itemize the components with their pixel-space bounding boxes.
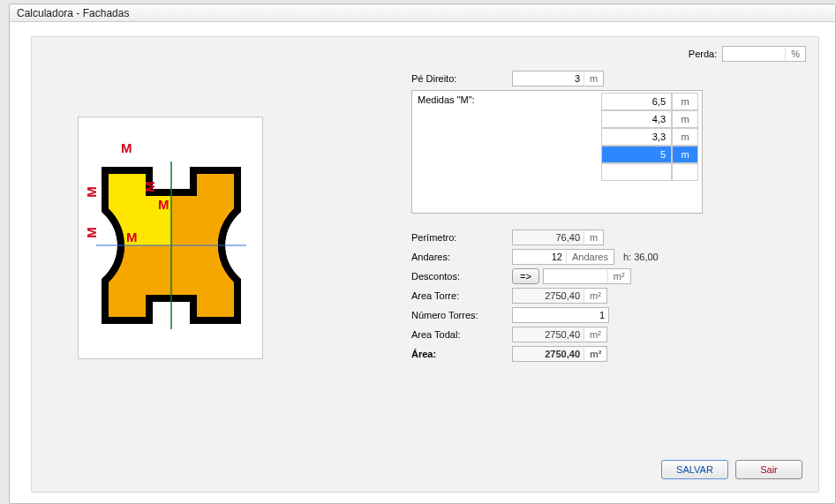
medidas-unit: m	[672, 93, 698, 110]
perda-unit: %	[785, 48, 805, 60]
area-torre-unit: m²	[584, 290, 606, 302]
medidas-unit: m	[672, 146, 698, 163]
medidas-row[interactable]: 3,3 m	[601, 128, 698, 146]
area-todal-field: m²	[512, 327, 607, 342]
medidas-value[interactable]: 4,3	[601, 110, 672, 128]
row-pe-direito: Pé Direito: m	[411, 71, 800, 87]
medidas-row-selected[interactable]: 5 m	[601, 146, 698, 163]
area-todal-unit: m²	[584, 328, 606, 341]
row-area-todal: Area Todal: m²	[411, 327, 800, 342]
medidas-table[interactable]: 6,5 m 4,3 m 3,3 m 5 m	[601, 93, 698, 211]
descontos-input[interactable]	[544, 269, 607, 283]
andares-unit: Andares	[566, 251, 614, 263]
medidas-row-empty[interactable]	[601, 163, 698, 181]
descontos-unit: m²	[607, 270, 630, 282]
window-title: Calculadora - Fachadas	[10, 4, 835, 22]
floorplan-diagram: M M M M M M	[78, 117, 263, 359]
form-column: Pé Direito: m Medidas "M": 6,5 m 4,3 m	[411, 71, 800, 365]
pe-direito-label: Pé Direito:	[411, 73, 508, 84]
m-label-notch-h: M	[158, 197, 169, 212]
m-label-notch-v: M	[142, 181, 157, 192]
m-label-center: M	[126, 229, 138, 244]
area-todal-value	[513, 327, 584, 342]
num-torres-label: Número Torres:	[411, 310, 508, 320]
perimetro-unit: m	[584, 231, 603, 244]
window-frame: Calculadora - Fachadas Perda: %	[9, 4, 836, 504]
m-label-left-lower: M	[84, 227, 99, 238]
area-torre-label: Area Torre:	[411, 290, 508, 301]
row-perimetro: Perímetro: m	[411, 229, 800, 245]
pe-direito-unit: m	[584, 72, 603, 85]
perimetro-field: m	[512, 229, 604, 245]
perda-label: Perda:	[689, 49, 717, 59]
medidas-box: Medidas "M": 6,5 m 4,3 m 3,3 m	[411, 90, 703, 214]
andares-height: h: 36,00	[623, 252, 659, 262]
perimetro-value	[513, 230, 584, 244]
medidas-value[interactable]	[601, 163, 672, 181]
work-area: Perda: % M	[31, 36, 819, 493]
medidas-value[interactable]: 5	[601, 146, 672, 163]
andares-field[interactable]: Andares	[512, 249, 614, 265]
m-label-left-upper: M	[84, 186, 99, 198]
medidas-value[interactable]: 6,5	[601, 93, 672, 110]
medidas-unit: m	[672, 110, 698, 128]
medidas-value[interactable]: 3,3	[601, 128, 672, 146]
pe-direito-field[interactable]: m	[512, 71, 604, 87]
num-torres-input[interactable]	[513, 308, 608, 322]
row-num-torres: Número Torres:	[411, 307, 800, 323]
row-andares: Andares: Andares h: 36,00	[411, 249, 800, 265]
area-todal-label: Area Todal:	[411, 329, 508, 340]
area-label: Área:	[411, 349, 508, 359]
descontos-go-button[interactable]: =>	[512, 268, 539, 284]
dialog-buttons: SALVAR Sair	[661, 460, 802, 479]
save-button[interactable]: SALVAR	[661, 460, 728, 479]
area-value	[513, 347, 584, 361]
descontos-label: Descontos:	[411, 271, 508, 282]
perimetro-label: Perímetro:	[411, 232, 508, 243]
andares-input[interactable]	[513, 250, 566, 264]
pe-direito-input[interactable]	[513, 71, 584, 86]
medidas-unit: m	[672, 128, 698, 146]
exit-button[interactable]: Sair	[735, 460, 802, 479]
medidas-row[interactable]: 4,3 m	[601, 110, 698, 128]
area-unit: m²	[584, 348, 606, 360]
area-field: m²	[512, 346, 607, 362]
perda-input[interactable]	[723, 47, 785, 61]
descontos-field[interactable]: m²	[543, 268, 631, 284]
medidas-unit	[672, 163, 698, 181]
perda-field[interactable]: %	[722, 46, 806, 62]
andares-label: Andares:	[411, 252, 508, 262]
num-torres-field[interactable]	[512, 307, 609, 323]
medidas-row[interactable]: 6,5 m	[601, 93, 698, 110]
area-torre-field: m²	[512, 288, 607, 304]
row-area-torre: Area Torre: m²	[411, 288, 800, 304]
row-area-total: Área: m²	[411, 346, 800, 362]
area-torre-value	[513, 289, 584, 303]
medidas-label: Medidas "M":	[414, 93, 502, 211]
floorplan-shape: M M M M M M	[96, 162, 246, 329]
m-label-top: M	[121, 140, 132, 155]
perda-row: Perda: %	[689, 46, 806, 62]
row-descontos: Descontos: => m²	[411, 268, 800, 284]
